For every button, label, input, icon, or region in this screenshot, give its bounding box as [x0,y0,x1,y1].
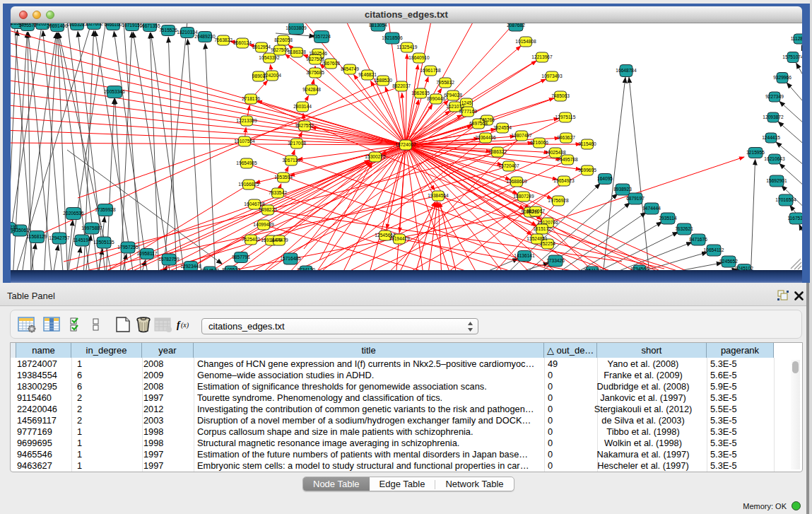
svg-text:19384554: 19384554 [428,193,449,198]
svg-text:8186328: 8186328 [288,49,306,54]
svg-text:19654985: 19654985 [236,160,257,165]
svg-text:8813054: 8813054 [369,23,387,28]
svg-text:6466160: 6466160 [104,23,122,27]
svg-text:7625402: 7625402 [242,237,260,242]
svg-text:9857791: 9857791 [232,255,250,259]
svg-text:9463627: 9463627 [557,135,575,140]
svg-text:9834067: 9834067 [526,209,545,214]
svg-text:18724007: 18724007 [395,142,416,147]
svg-text:6216066: 6216066 [530,140,548,145]
svg-text:2803144: 2803144 [293,104,312,109]
svg-text:1588520: 1588520 [374,78,392,83]
svg-text:7485063: 7485063 [551,93,570,98]
svg-text:1145194: 1145194 [73,238,91,243]
svg-text:1527602: 1527602 [85,23,103,26]
svg-text:7663822: 7663822 [214,37,233,42]
svg-text:10688609: 10688609 [506,179,527,184]
svg-text:18640910: 18640910 [408,55,430,60]
svg-text:2867608: 2867608 [322,61,340,66]
svg-text:9242848: 9242848 [302,87,321,92]
svg-text:12213389: 12213389 [236,118,257,123]
svg-text:8660124: 8660124 [233,40,252,45]
svg-text:1112845: 1112845 [791,36,802,41]
svg-text:9146821: 9146821 [358,72,377,77]
svg-text:12505135: 12505135 [93,240,114,245]
svg-text:252254: 252254 [540,241,555,246]
svg-text:16033809: 16033809 [286,25,307,30]
svg-text:7632621: 7632621 [675,226,693,231]
svg-text:9327506: 9327506 [271,47,289,52]
svg-text:19166825: 19166825 [238,182,259,187]
svg-text:8454749: 8454749 [341,66,359,71]
svg-text:10807487: 10807487 [511,133,532,138]
svg-text:1353594: 1353594 [274,175,293,180]
svg-text:11568129: 11568129 [27,234,47,239]
svg-text:1167534: 1167534 [787,216,802,221]
svg-text:8990448: 8990448 [427,96,445,101]
svg-text:2935114: 2935114 [659,216,677,221]
svg-text:16046758: 16046758 [244,201,265,206]
svg-text:16671355: 16671355 [139,23,160,28]
svg-text:15720407: 15720407 [498,163,519,168]
svg-text:18807249: 18807249 [513,194,534,199]
svg-text:7357224: 7357224 [312,34,331,39]
svg-text:10025438: 10025438 [545,150,566,155]
svg-text:20489230: 20489230 [194,34,216,39]
svg-text:1144479: 1144479 [270,238,288,243]
svg-text:9227349: 9227349 [765,94,784,99]
svg-text:12923448: 12923448 [180,264,201,269]
svg-text:19654923: 19654923 [553,178,575,183]
svg-text:(x): (x) [181,321,189,329]
svg-text:1302546: 1302546 [309,51,327,56]
svg-text:9329966: 9329966 [773,75,792,80]
svg-text:19975887: 19975887 [81,226,102,230]
svg-text:8471676: 8471676 [689,237,707,242]
svg-text:8427552: 8427552 [295,123,314,128]
svg-text:10543392: 10543392 [259,55,280,60]
svg-text:2087682: 2087682 [507,23,525,28]
svg-text:5498223: 5498223 [259,207,277,212]
svg-text:15300275: 15300275 [365,154,386,159]
svg-text:7386322: 7386322 [488,149,507,154]
svg-text:1245: 1245 [461,100,472,105]
svg-text:25495788: 25495788 [557,157,578,162]
svg-text:3215955: 3215955 [746,150,765,155]
svg-text:7515526: 7515526 [159,28,177,33]
svg-text:7833542: 7833542 [269,190,287,195]
svg-text:14136141: 14136141 [514,253,535,258]
svg-text:9474444: 9474444 [642,206,661,211]
svg-text:19218506: 19218506 [382,35,403,40]
svg-text:3824554: 3824554 [493,125,512,130]
svg-text:1733426: 1733426 [546,258,565,263]
svg-text:8226058: 8226058 [274,37,293,42]
svg-text:12942757: 12942757 [49,235,70,240]
svg-text:1362615: 1362615 [411,90,430,95]
svg-text:9115460: 9115460 [578,141,596,146]
svg-text:17016504: 17016504 [775,197,796,202]
svg-text:3217008: 3217008 [288,141,306,146]
svg-text:3875685: 3875685 [306,70,324,75]
svg-text:20206536: 20206536 [63,211,84,216]
svg-text:9245652: 9245652 [719,259,738,264]
svg-text:1815172: 1815172 [533,226,551,231]
svg-text:14099489: 14099489 [253,222,274,227]
svg-text:20053346: 20053346 [104,89,125,94]
svg-text:12093872: 12093872 [763,115,784,119]
svg-text:9777169: 9777169 [459,109,477,114]
svg-text:6794028: 6794028 [444,93,462,98]
svg-text:10973493: 10973493 [541,74,563,78]
svg-text:2718176: 2718176 [242,96,260,101]
svg-text:10107554: 10107554 [234,139,255,144]
svg-text:10958117: 10958117 [137,251,158,256]
svg-text:3267110: 3267110 [282,158,300,163]
svg-text:7955812: 7955812 [436,80,454,85]
svg-text:164095: 164095 [597,176,613,181]
svg-text:20364436: 20364436 [475,135,496,140]
svg-text:15716485: 15716485 [280,256,301,261]
svg-text:2242004: 2242004 [263,73,281,78]
svg-text:8822037: 8822037 [392,83,411,88]
svg-text:17359928: 17359928 [95,207,116,212]
svg-text:16782759: 16782759 [158,257,180,262]
svg-text:12213967: 12213967 [531,54,553,59]
svg-text:12975115: 12975115 [555,115,576,119]
